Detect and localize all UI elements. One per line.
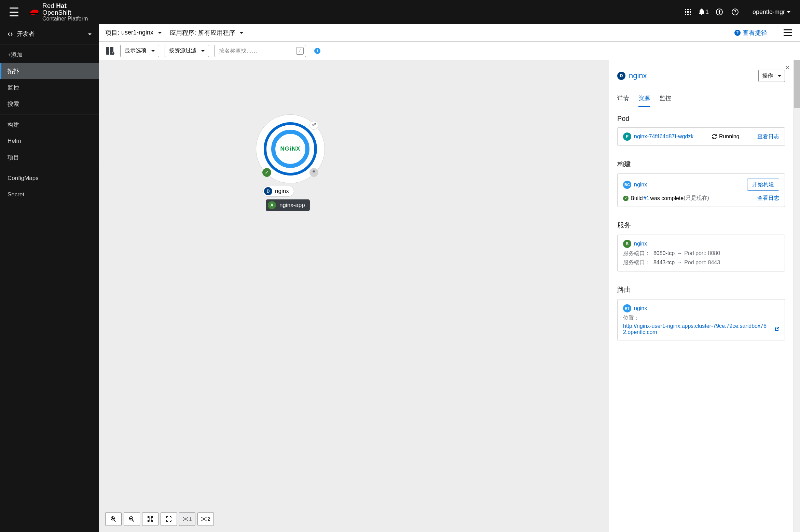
svg-rect-6	[690, 11, 691, 13]
buildconfig-link[interactable]: nginx	[634, 182, 647, 188]
nav-helm[interactable]: Helm	[0, 133, 99, 149]
build-logs-link[interactable]: 查看日志	[757, 195, 779, 202]
topbar: Red Hat OpenShift Container Platform 1 ?…	[0, 0, 800, 24]
svg-rect-12	[718, 12, 721, 12]
catalog-icon[interactable]	[105, 46, 115, 55]
app-name: nginx-app	[279, 202, 305, 209]
scrollbar[interactable]	[794, 60, 800, 532]
application-group-label[interactable]: A nginx-app	[266, 199, 310, 211]
pod-port-label: Pod port:	[684, 250, 708, 256]
open-url-icon[interactable]	[309, 121, 318, 130]
scrollbar-thumb[interactable]	[794, 60, 800, 108]
view-shortcuts-link[interactable]: ? 查看捷径	[734, 29, 767, 37]
build-number-link[interactable]: #1	[644, 195, 650, 201]
fit-to-screen-button[interactable]	[142, 512, 158, 526]
svg-rect-21	[313, 170, 315, 173]
service-port-row: 服务端口： 8443-tcp→Pod port: 8443	[623, 259, 779, 266]
pod-port-label: Pod port:	[684, 260, 708, 265]
panel-title[interactable]: nginx	[629, 71, 755, 80]
svg-rect-16	[784, 32, 792, 33]
nav-add[interactable]: +添加	[0, 46, 99, 63]
actions-dropdown[interactable]: 操作	[758, 70, 785, 82]
tab-details[interactable]: 详情	[617, 90, 629, 107]
chevron-down-icon	[158, 32, 162, 36]
route-heading: 路由	[617, 285, 785, 294]
user-menu[interactable]: opentlc-mgr	[753, 9, 790, 16]
nav-secret[interactable]: Secret	[0, 186, 99, 203]
perspective-switcher[interactable]: 开发者	[0, 24, 99, 44]
nav-project[interactable]: 项目	[0, 149, 99, 166]
display-options-dropdown[interactable]: 显示选项	[120, 45, 159, 57]
nav-build[interactable]: 构建	[0, 116, 99, 133]
info-icon[interactable]: i	[314, 48, 320, 54]
svg-rect-7	[685, 14, 686, 15]
project-value: user1-nginx	[121, 29, 153, 36]
build-heading: 构建	[617, 159, 785, 169]
svg-rect-8	[687, 14, 689, 15]
project-label: 项目:	[105, 29, 119, 37]
route-url-link[interactable]: http://nginx-user1-nginx.apps.cluster-79…	[623, 323, 770, 335]
service-link[interactable]: nginx	[634, 241, 647, 247]
search-field[interactable]	[215, 45, 306, 57]
zoom-out-button[interactable]	[124, 512, 140, 526]
sync-icon	[712, 134, 717, 139]
chevron-down-icon	[787, 11, 790, 15]
external-link-icon	[774, 327, 779, 332]
pod-link[interactable]: nginx-74f464d87f-wgdzk	[634, 134, 693, 140]
application-dropdown[interactable]: 应用程序: 所有应用程序	[170, 29, 243, 37]
svg-text:?: ?	[734, 10, 736, 14]
layout-2-button[interactable]: 2	[197, 512, 214, 526]
project-dropdown[interactable]: 项目: user1-nginx	[105, 29, 162, 37]
build-status-icon[interactable]: ✓	[262, 168, 271, 177]
filter-label: 按资源过滤	[169, 47, 196, 54]
zoom-in-button[interactable]	[105, 512, 122, 526]
notifications-bell-icon[interactable]: 1	[696, 4, 712, 20]
brand-redhat-1: Red	[42, 2, 54, 9]
node-name: nginx	[275, 188, 289, 195]
route-link[interactable]: nginx	[634, 305, 647, 311]
list-view-icon[interactable]	[782, 27, 794, 38]
svg-rect-28	[130, 518, 132, 519]
nav-topology[interactable]: 拓扑	[0, 63, 99, 79]
reset-view-button[interactable]	[161, 512, 177, 526]
route-badge-icon: RT	[623, 304, 631, 312]
node-label[interactable]: D nginx	[262, 186, 294, 197]
layout-2-count: 2	[208, 516, 210, 522]
pod-logs-link[interactable]: 查看日志	[757, 133, 779, 140]
help-icon[interactable]: ?	[727, 4, 743, 20]
layout-1-count: 1	[189, 516, 192, 522]
start-build-button[interactable]: 开始构建	[747, 179, 779, 191]
tab-resources[interactable]: 资源	[638, 90, 650, 107]
build-text-2: was complete	[650, 195, 684, 201]
brand-logo[interactable]: Red Hat OpenShift Container Platform	[28, 2, 88, 22]
svg-rect-27	[132, 520, 134, 522]
code-icon	[8, 31, 13, 37]
svg-rect-2	[687, 9, 689, 10]
apps-grid-icon[interactable]	[680, 4, 696, 20]
svc-port: 8080-tcp	[653, 250, 675, 256]
check-icon: ✓	[623, 196, 629, 201]
hamburger-menu-icon[interactable]	[10, 8, 18, 16]
toolbar: 显示选项 按资源过滤 / i	[99, 42, 800, 60]
layout-1-button[interactable]: 1	[179, 512, 195, 526]
search-input[interactable]: /	[215, 45, 306, 57]
perspective-label: 开发者	[17, 30, 84, 38]
close-panel-button[interactable]: ×	[785, 63, 790, 72]
application-label: 应用程序:	[170, 29, 196, 37]
add-plus-icon[interactable]	[712, 4, 727, 20]
chevron-down-icon	[778, 75, 781, 79]
pod-port-value: 8443	[708, 260, 720, 265]
bell-count: 1	[705, 9, 709, 16]
nav-monitoring[interactable]: 监控	[0, 79, 99, 96]
nav-search[interactable]: 搜索	[0, 96, 99, 112]
filter-dropdown[interactable]: 按资源过滤	[165, 45, 209, 57]
source-icon[interactable]	[309, 168, 318, 177]
tab-monitoring[interactable]: 监控	[660, 90, 671, 107]
svg-rect-25	[112, 518, 114, 519]
topology-node[interactable]: NGiNX ✓	[256, 115, 325, 183]
sidebar: 开发者 +添加 拓扑 监控 搜索 构建 Helm 项目 ConfigMaps S…	[0, 24, 99, 532]
build-text-1: Build	[631, 195, 643, 201]
nav-configmaps[interactable]: ConfigMaps	[0, 170, 99, 186]
svg-rect-15	[784, 29, 792, 30]
shortcut-label: 查看捷径	[743, 29, 767, 37]
